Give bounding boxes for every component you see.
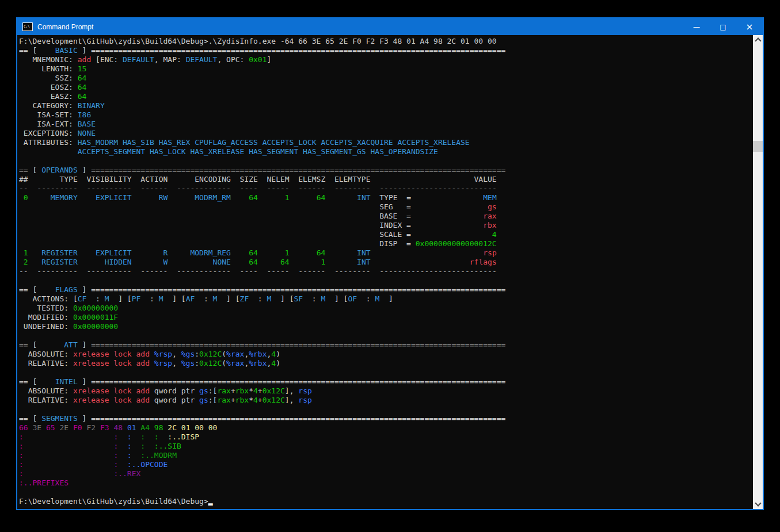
terminal-line: : : :..OPCODE xyxy=(19,460,753,469)
cmd-window: C:\ Command Prompt — □ × F:\Development\… xyxy=(16,17,764,510)
close-icon: × xyxy=(745,21,753,32)
terminal-line: == [ SEGMENTS ] ========================… xyxy=(19,414,753,423)
scroll-down-button[interactable] xyxy=(753,499,763,509)
terminal-line xyxy=(19,276,753,285)
terminal-line: ACTIONS: [CF : M ] [PF : M ] [AF : M ] [… xyxy=(19,294,753,304)
desktop-background: { "window": { "title": "Command Prompt",… xyxy=(0,0,780,532)
terminal-line: : : : :..MODRM xyxy=(19,451,753,460)
terminal-line: MNEMONIC: add [ENC: DEFAULT, MAP: DEFAUL… xyxy=(19,55,753,64)
prompt-cursor: ▂ xyxy=(208,497,213,506)
terminal-line: ## TYPE VISIBILITY ACTION ENCODING SIZE … xyxy=(19,175,753,184)
terminal-line: TESTED: 0x00000000 xyxy=(19,304,753,313)
title-bar[interactable]: C:\ Command Prompt — □ × xyxy=(17,18,763,35)
terminal-line: 0 MEMORY EXPLICIT RW MODRM_RM 64 1 64 IN… xyxy=(19,193,753,202)
terminal-line: F:\Development\GitHub\zydis\Build64\Debu… xyxy=(19,37,753,46)
terminal-line: == [ OPERANDS ] ========================… xyxy=(19,166,753,175)
scroll-thumb[interactable] xyxy=(753,141,763,152)
minimize-icon: — xyxy=(693,23,700,31)
maximize-button[interactable]: □ xyxy=(710,18,736,35)
terminal-line: ABSOLUTE: xrelease lock add qword ptr gs… xyxy=(19,386,753,396)
terminal-line: : :..REX xyxy=(19,469,753,479)
maximize-icon: □ xyxy=(720,23,726,31)
scrollbar[interactable] xyxy=(753,35,763,509)
terminal-line: F:\Development\GitHub\zydis\Build64\Debu… xyxy=(19,497,753,506)
terminal-line: MODIFIED: 0x0000011F xyxy=(19,313,753,322)
terminal-line: 2 REGISTER HIDDEN W NONE 64 64 1 INT rfl… xyxy=(19,258,753,267)
terminal-line: == [ BASIC ] ===========================… xyxy=(19,46,753,55)
terminal-line: SEG = gs xyxy=(19,202,753,212)
terminal-line: == [ INTEL ] ===========================… xyxy=(19,377,753,386)
terminal-line: :..PREFIXES xyxy=(19,479,753,488)
chevron-up-icon xyxy=(755,37,761,44)
terminal-line: RELATIVE: xrelease lock add qword ptr gs… xyxy=(19,396,753,405)
terminal-line: EXCEPTIONS: NONE xyxy=(19,129,753,138)
terminal-line: -- --------- ---------- ------ ---------… xyxy=(19,184,753,193)
terminal[interactable]: F:\Development\GitHub\zydis\Build64\Debu… xyxy=(17,35,753,509)
terminal-line: : : : : :..SIB xyxy=(19,442,753,451)
terminal-line xyxy=(19,368,753,377)
terminal-line xyxy=(19,488,753,497)
terminal-line: ATTRIBUTES: HAS_MODRM HAS_SIB HAS_REX CP… xyxy=(19,138,753,147)
terminal-line: == [ FLAGS ] ===========================… xyxy=(19,285,753,294)
terminal-line: : : : : : :..DISP xyxy=(19,433,753,442)
terminal-line: INDEX = rbx xyxy=(19,221,753,230)
terminal-line: ABSOLUTE: xrelease lock add %rsp, %gs:0x… xyxy=(19,350,753,359)
terminal-line: SSZ: 64 xyxy=(19,74,753,83)
terminal-line: DISP = 0x000000000000012C xyxy=(19,239,753,248)
terminal-line: == [ ATT ] =============================… xyxy=(19,340,753,350)
terminal-line: SCALE = 4 xyxy=(19,230,753,239)
terminal-line xyxy=(19,405,753,414)
scroll-up-button[interactable] xyxy=(753,35,763,45)
terminal-line: UNDEFINED: 0x00000000 xyxy=(19,322,753,331)
window-title: Command Prompt xyxy=(37,23,93,31)
chevron-down-icon xyxy=(755,500,761,506)
terminal-line: -- --------- ---------- ------ ---------… xyxy=(19,267,753,276)
terminal-line: RELATIVE: xrelease lock add %rsp, %gs:0x… xyxy=(19,359,753,368)
terminal-line: EOSZ: 64 xyxy=(19,83,753,92)
terminal-line xyxy=(19,156,753,166)
terminal-line: EASZ: 64 xyxy=(19,92,753,101)
terminal-line: 66 3E 65 2E F0 F2 F3 48 01 A4 98 2C 01 0… xyxy=(19,423,753,433)
terminal-line xyxy=(19,331,753,340)
cmd-app-icon: C:\ xyxy=(22,22,33,31)
terminal-line: 1 REGISTER EXPLICIT R MODRM_REG 64 1 64 … xyxy=(19,248,753,258)
terminal-output: F:\Development\GitHub\zydis\Build64\Debu… xyxy=(19,37,753,506)
terminal-line: ACCEPTS_SEGMENT HAS_LOCK HAS_XRELEASE HA… xyxy=(19,147,753,156)
terminal-line: CATEGORY: BINARY xyxy=(19,101,753,110)
close-button[interactable]: × xyxy=(736,18,763,35)
window-controls: — □ × xyxy=(683,18,763,35)
terminal-line: ISA-EXT: BASE xyxy=(19,120,753,129)
minimize-button[interactable]: — xyxy=(683,18,710,35)
terminal-line: BASE = rax xyxy=(19,212,753,221)
terminal-line: ISA-SET: I86 xyxy=(19,110,753,120)
terminal-line: LENGTH: 15 xyxy=(19,64,753,74)
